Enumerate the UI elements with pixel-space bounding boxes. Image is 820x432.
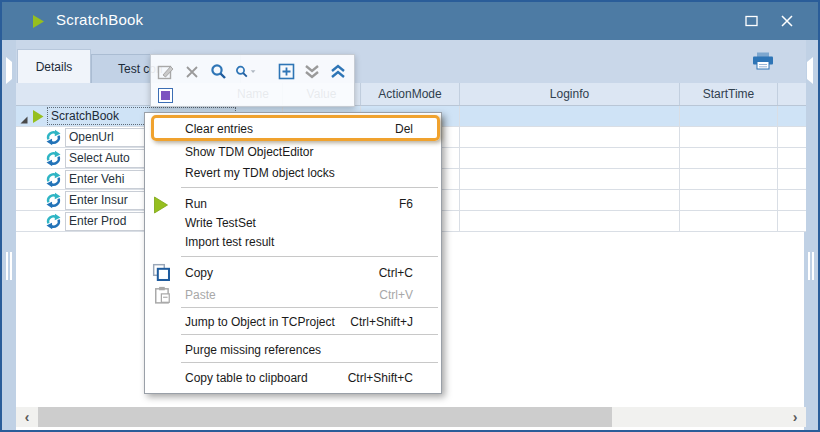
print-icon[interactable] — [752, 52, 774, 74]
right-splitter-strip[interactable] — [804, 40, 818, 430]
teststep-refresh-icon — [45, 150, 62, 171]
teststep-refresh-icon — [45, 213, 62, 234]
collapse-all-icon[interactable] — [301, 61, 323, 82]
menu-item-revert-tdm-locks[interactable]: Revert my TDM object locks — [185, 162, 433, 184]
maximize-button[interactable] — [736, 10, 766, 32]
menu-separator — [181, 362, 438, 363]
window-title: ScratchBook — [56, 11, 143, 28]
column-header-actionmode[interactable]: ActionMode — [361, 83, 460, 105]
teststep-refresh-icon — [45, 192, 62, 213]
collapse-left-icon[interactable] — [2, 62, 12, 80]
column-header-filler — [778, 83, 804, 105]
menu-item-clear-entries[interactable]: Clear entries Del — [185, 117, 433, 141]
run-list-icon — [31, 109, 45, 128]
tab-details[interactable]: Details — [17, 49, 91, 83]
paste-icon — [154, 286, 171, 307]
teststep-refresh-icon — [45, 129, 62, 150]
delete-icon[interactable] — [181, 61, 203, 82]
add-view-icon[interactable] — [275, 61, 297, 82]
teststep-refresh-icon — [45, 171, 62, 192]
scroll-left-icon[interactable]: ‹ — [16, 407, 38, 427]
tab-details-label: Details — [36, 60, 73, 74]
edit-icon[interactable] — [155, 61, 177, 82]
menu-item-copy[interactable]: Copy Ctrl+C — [185, 262, 433, 284]
menu-separator — [181, 256, 438, 257]
menu-item-paste[interactable]: Paste Ctrl+V — [185, 284, 433, 306]
left-splitter-strip[interactable] — [2, 40, 16, 430]
scroll-right-icon[interactable]: › — [784, 407, 806, 427]
floating-toolbar — [150, 54, 355, 107]
run-icon — [153, 196, 169, 217]
right-splitter-grip[interactable] — [808, 252, 814, 280]
column-header-starttime[interactable]: StartTime — [680, 83, 778, 105]
scrollbar-thumb[interactable] — [38, 407, 612, 427]
expand-all-icon[interactable] — [327, 61, 349, 82]
menu-item-purge-missing-references[interactable]: Purge missing references — [185, 339, 433, 361]
color-swatch-icon[interactable] — [158, 88, 173, 103]
grid-header: Name Value ActionMode Loginfo StartTime — [16, 83, 806, 106]
menu-separator — [181, 307, 438, 308]
menu-item-jump-to-object[interactable]: Jump to Object in TCProject Ctrl+Shift+J — [185, 311, 433, 333]
menu-item-copy-table-to-clipboard[interactable]: Copy table to clipboard Ctrl+Shift+C — [185, 367, 433, 389]
column-header-loginfo[interactable]: Loginfo — [460, 83, 680, 105]
horizontal-scrollbar[interactable]: ‹ › — [16, 407, 806, 427]
menu-item-import-test-result[interactable]: Import test result — [185, 231, 433, 253]
close-button[interactable] — [772, 10, 802, 32]
scratchbook-window: ScratchBook Details Test con — [0, 0, 820, 432]
menu-separator — [181, 334, 438, 335]
zoom-dropdown-icon[interactable] — [235, 61, 257, 82]
copy-icon — [152, 263, 171, 285]
context-menu: Clear entries Del Show TDM ObjectEditor … — [144, 112, 442, 394]
menu-item-show-tdm-objecteditor[interactable]: Show TDM ObjectEditor — [185, 141, 433, 163]
left-splitter-grip[interactable] — [6, 252, 12, 280]
tab-strip: Details Test con — [16, 40, 806, 83]
zoom-icon[interactable] — [207, 61, 229, 82]
run-state-icon — [31, 14, 46, 33]
menu-separator — [181, 187, 438, 188]
title-bar[interactable]: ScratchBook — [2, 2, 818, 40]
